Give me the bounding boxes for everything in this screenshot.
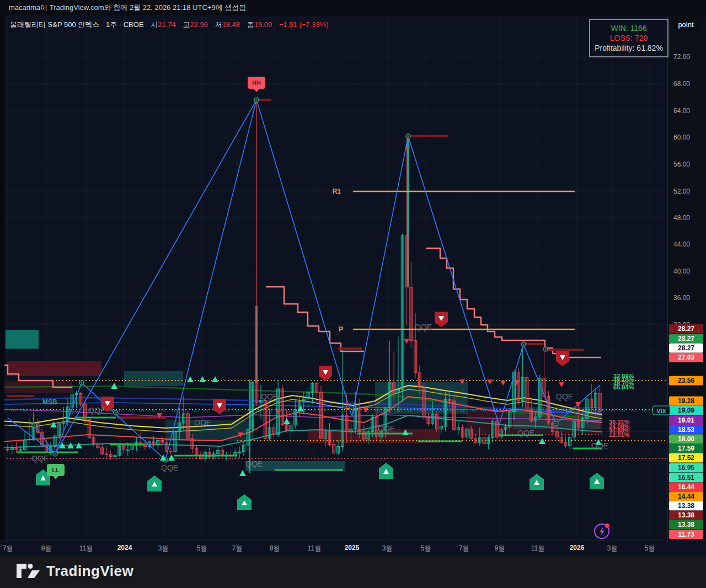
time-label-month: 3월 <box>607 544 618 553</box>
candle-body <box>311 383 314 392</box>
pivot-bubble-label: LL <box>52 467 60 473</box>
indicator-price-label: 13.38 <box>669 501 703 511</box>
pivot-circle-dot <box>256 99 258 101</box>
win-loss-panel: WIN: 1166 LOSS: 720 Profitability: 61.82… <box>589 19 668 57</box>
candle-body <box>333 445 335 453</box>
candle-body <box>526 377 528 409</box>
price-tick: 48.00 <box>673 214 690 222</box>
boost-lightning-icon[interactable] <box>594 523 609 539</box>
candle-body <box>268 427 271 438</box>
indicator-price-label: 16.51 <box>669 473 703 483</box>
indicator-price-label: 16.44 <box>669 483 703 492</box>
interval-label[interactable]: 1주 <box>106 20 117 29</box>
price-tick: 52.00 <box>673 188 690 195</box>
attribution-text: macarima이 TradingView.com와 함께 2월 22, 202… <box>9 3 246 12</box>
down-triangle-icon <box>500 381 506 386</box>
change-value: −1.51 (−7.33%) <box>279 20 329 29</box>
candle-body <box>97 444 99 448</box>
candle-body <box>577 421 580 427</box>
candle-body <box>586 399 589 418</box>
candle-body <box>174 432 176 452</box>
indicator-box <box>7 361 101 376</box>
indicator-price-label: 18.00 <box>669 435 703 444</box>
stop-step-line <box>426 248 601 357</box>
tradingview-logo-text[interactable]: TradingView <box>46 563 133 580</box>
candle-body <box>251 382 254 429</box>
symbol-title[interactable]: 볼래틸리티 S&P 500 인덱스 <box>10 20 99 29</box>
candle-body <box>495 421 498 437</box>
candle-body <box>350 429 352 432</box>
pivot-circle-dot <box>55 453 56 455</box>
candle-body <box>345 416 348 432</box>
loss-count: LOSS: 720 <box>590 34 667 42</box>
candle-body <box>242 445 245 452</box>
candle-body <box>191 439 194 448</box>
pivot-label: R1 <box>333 188 341 195</box>
qqe-label: QQE <box>591 441 608 450</box>
pivot-bubble-tail <box>53 476 58 479</box>
up-triangle-icon <box>212 376 218 382</box>
candle-body <box>418 373 421 387</box>
candle-body <box>15 448 18 450</box>
low-label: 저 <box>215 20 222 29</box>
time-label-month: 3월 <box>382 544 393 553</box>
symbol-legend[interactable]: 볼래틸리티 S&P 500 인덱스 · 1주 · CBOE 시21.74 고22… <box>10 20 329 30</box>
time-axis[interactable]: 7월9월11월20243월5월7월9월11월20253월5월7월9월11월202… <box>0 541 706 555</box>
candle-body <box>354 408 357 429</box>
candle-body <box>28 439 30 440</box>
candle-body <box>440 426 442 429</box>
candle-body <box>62 421 65 424</box>
win-count: WIN: 1166 <box>590 24 667 33</box>
indicator-price-label: 17.59 <box>669 444 703 453</box>
tradingview-logo-icon[interactable] <box>15 562 44 580</box>
current-price-label: 19.09 <box>669 406 703 415</box>
low-value: 18.48 <box>222 20 240 29</box>
candle-body <box>247 429 249 445</box>
time-label-month: 11월 <box>79 544 93 553</box>
price-axis[interactable]: 72.0068.0064.0060.0056.0052.0048.0044.00… <box>667 15 706 541</box>
qqe-label: QQE <box>517 429 534 437</box>
candle-body <box>487 438 490 444</box>
up-triangle-icon <box>239 470 246 476</box>
pivot-circle-dot <box>34 425 35 426</box>
chart-canvas[interactable]: R1PHHLLQQEQQEQQEQQEQQEQQEQQEQQEQQEQQEQQE… <box>0 15 706 541</box>
qqe-label: QQE <box>245 459 263 468</box>
candle-body <box>290 425 292 431</box>
indicator-price-label: 23.56 <box>669 376 703 386</box>
qqe-label: QQE <box>261 392 278 401</box>
qqe-label: QQE <box>88 406 105 415</box>
pivot-circle-dot <box>115 412 117 414</box>
qqe-label: QQE <box>556 392 573 401</box>
candle-body <box>281 389 284 424</box>
high-value: 22.96 <box>190 20 208 29</box>
msb-label: MSB <box>42 398 57 406</box>
time-label-month: 7월 <box>232 544 243 553</box>
candle-body <box>272 427 275 434</box>
candle-body <box>315 383 318 392</box>
candle-body <box>157 440 159 445</box>
price-tick: 68.00 <box>673 80 690 88</box>
indicator-box <box>6 330 39 349</box>
pivot-label: P <box>339 325 343 333</box>
indicator-price-label: 27.03 <box>669 353 703 362</box>
open-value: 21.74 <box>158 20 176 29</box>
time-label-year: 2024 <box>117 544 132 552</box>
candle-body <box>186 414 189 439</box>
notification-dot <box>605 523 609 528</box>
candle-body <box>58 424 61 436</box>
candle-body <box>178 423 181 432</box>
time-label-month: 9월 <box>495 544 505 553</box>
candle-body <box>371 417 374 432</box>
candle-body <box>594 394 597 408</box>
candle-body <box>509 411 511 427</box>
close-label: 종 <box>247 20 254 29</box>
candle-body <box>393 382 395 393</box>
candle-body <box>324 431 327 438</box>
time-label-month: 7월 <box>3 544 13 553</box>
candle-body <box>161 440 164 442</box>
candle-body <box>341 416 344 447</box>
indicator-price-label: 28.27 <box>669 334 703 344</box>
high-label: 고 <box>183 20 190 29</box>
candle-body <box>555 432 558 437</box>
point-button[interactable]: point <box>673 18 698 31</box>
